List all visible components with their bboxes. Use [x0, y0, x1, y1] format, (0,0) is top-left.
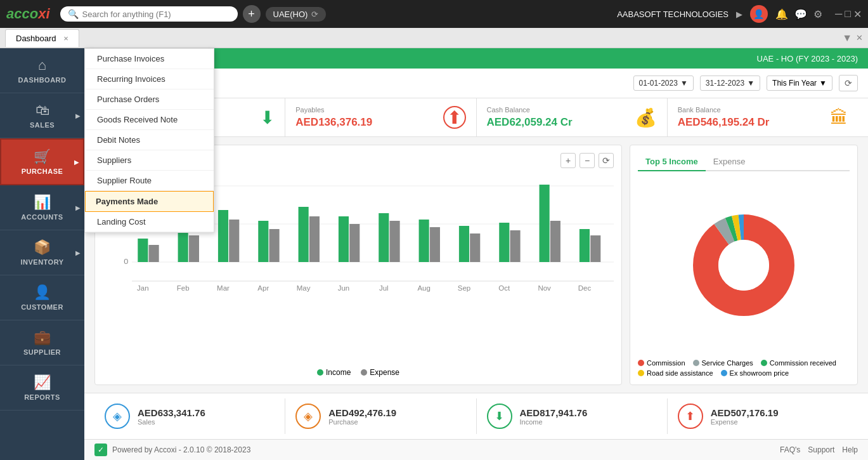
purchase-bottom-icon: ◈ [295, 404, 321, 429]
reports-icon: 📈 [34, 374, 51, 391]
sidebar-label-dashboard: DASHBOARD [18, 76, 67, 84]
dropdown-item-purchase-orders[interactable]: Purchase Orders [85, 89, 214, 110]
purchase-bottom-label: Purchase [328, 418, 396, 426]
calendar-from-icon: ▼ [680, 79, 688, 88]
date-to-input[interactable]: 31-12-2023 ▼ [700, 76, 760, 91]
payables-amount: AED136,376.19 [295, 116, 372, 129]
purchase-bottom-amount: AED492,476.19 [328, 407, 396, 418]
svg-rect-22 [430, 227, 440, 262]
top-bar: accoxi 🔍 + UAE(HO) ⟳ AABASOFT TECHNOLOGI… [0, 0, 868, 28]
svg-point-48 [718, 240, 769, 291]
sidebar-label-reports: REPORTS [24, 393, 60, 401]
sidebar-label-supplier: SUPPLIER [23, 348, 61, 356]
dropdown-item-purchase-invoices[interactable]: Purchase Invoices [85, 49, 214, 69]
sidebar-item-purchase[interactable]: 🛒 PURCHASE ▶ [0, 138, 84, 185]
sales-bottom-label: Sales [138, 418, 205, 426]
dashboard-refresh-button[interactable]: ⟳ [839, 75, 858, 91]
cash-balance-card: Cash Balance AED62,059.24 Cr 💰 [477, 98, 668, 136]
legend-ex-showroom: Ex showroom price [721, 369, 789, 377]
minimize-button[interactable]: ─ [835, 8, 842, 20]
period-dropdown[interactable]: This Fin Year ▼ [767, 76, 832, 91]
sidebar-item-sales[interactable]: 🛍 SALES ▶ [0, 93, 84, 138]
support-link[interactable]: Support [808, 445, 834, 454]
header-company-info: UAE - HO (FY 2023 - 2023) [757, 54, 858, 63]
dashboard-tab[interactable]: Dashboard × [5, 29, 79, 47]
top-right-section: AABASOFT TECHNOLOGIES ▶ 👤 🔔 💬 ⚙ ─ □ ✕ [617, 5, 862, 23]
dropdown-item-recurring-invoices[interactable]: Recurring Invoices [85, 69, 214, 89]
dropdown-item-payments-made[interactable]: Payments Made [85, 191, 214, 212]
messages-icon[interactable]: 💬 [794, 8, 807, 20]
chart-minus-button[interactable]: − [580, 153, 595, 168]
period-dropdown-icon: ▼ [819, 79, 827, 88]
svg-rect-10 [189, 235, 199, 262]
company-name-label: AABASOFT TECHNOLOGIES [617, 10, 729, 19]
tab-arrow-icon[interactable]: ▼ [842, 32, 852, 44]
sidebar-item-inventory[interactable]: 📦 INVENTORY ▶ [0, 230, 84, 275]
global-search-input[interactable] [82, 10, 222, 19]
sidebar-label-inventory: INVENTORY [20, 258, 63, 266]
cash-balance-label: Cash Balance [487, 106, 573, 114]
svg-text:Feb: Feb [177, 285, 190, 292]
close-button[interactable]: ✕ [853, 8, 862, 20]
income-tabs-row: Top 5 Income Expense [638, 153, 850, 171]
user-avatar[interactable]: 👤 [750, 5, 768, 23]
legend-expense: Expense [361, 368, 399, 377]
notifications-icon[interactable]: 🔔 [775, 8, 788, 20]
dropdown-item-suppliers[interactable]: Suppliers [85, 150, 214, 171]
svg-rect-30 [590, 235, 600, 262]
tab-bar: Dashboard × ▼ ✕ [0, 28, 868, 48]
chart-add-button[interactable]: + [560, 153, 576, 168]
svg-rect-24 [470, 233, 480, 262]
settings-icon[interactable]: ⚙ [813, 8, 822, 20]
svg-rect-12 [229, 220, 239, 262]
bottom-card-expense: ⬆ AED507,176.19 Expense [668, 398, 858, 434]
sidebar-item-reports[interactable]: 📈 REPORTS [0, 365, 84, 411]
svg-rect-18 [349, 224, 360, 262]
sync-icon[interactable]: ⟳ [311, 10, 318, 19]
svg-rect-8 [149, 245, 159, 262]
expense-bottom-amount: AED507,176.19 [711, 407, 779, 418]
dropdown-item-debit-notes[interactable]: Debit Notes [85, 130, 214, 150]
svg-rect-29 [580, 229, 590, 262]
global-search-box[interactable]: 🔍 [60, 6, 238, 22]
purchase-icon: 🛒 [34, 148, 51, 165]
faq-link[interactable]: FAQ's [780, 445, 800, 454]
expense-legend-label: Expense [370, 368, 399, 377]
footer: ✓ Powered by Accoxi - 2.0.10 © 2018-2023… [84, 439, 868, 460]
cash-balance-amount: AED62,059.24 Cr [487, 116, 573, 129]
tab-close-icon[interactable]: × [63, 34, 68, 43]
expense-legend-dot [361, 369, 367, 376]
main-layout: ⌂ DASHBOARD 🛍 SALES ▶ 🛒 PURCHASE ▶ 📊 ACC… [0, 48, 868, 460]
sales-bottom-icon: ◈ [105, 404, 130, 429]
dashboard-icon: ⌂ [38, 57, 46, 74]
sidebar-item-accounts[interactable]: 📊 ACCOUNTS ▶ [0, 185, 84, 230]
svg-text:Aug: Aug [417, 285, 430, 292]
svg-text:May: May [297, 285, 311, 292]
sidebar-item-supplier[interactable]: 💼 SUPPLIER [0, 320, 84, 365]
add-button[interactable]: + [243, 5, 261, 23]
window-controls: ─ □ ✕ [835, 8, 862, 20]
sidebar-item-customer[interactable]: 👤 CUSTOMER [0, 275, 84, 320]
dropdown-item-landing-cost[interactable]: Landing Cost [85, 212, 214, 232]
sales-arrow-icon: ▶ [75, 112, 81, 119]
help-link[interactable]: Help [842, 445, 858, 454]
dropdown-item-goods-received[interactable]: Goods Received Note [85, 110, 214, 130]
footer-logo: ✓ [94, 444, 107, 456]
date-from-input[interactable]: 01-01-2023 ▼ [633, 76, 694, 91]
footer-links: FAQ's Support Help [780, 445, 858, 454]
tab-close-all-icon[interactable]: ✕ [856, 33, 863, 43]
chart-refresh-button[interactable]: ⟳ [599, 153, 614, 168]
svg-rect-20 [390, 221, 400, 262]
svg-text:Oct: Oct [498, 285, 510, 292]
svg-text:Jan: Jan [137, 285, 149, 292]
tab-top-income[interactable]: Top 5 Income [638, 153, 706, 171]
income-bottom-label: Income [520, 418, 588, 426]
dropdown-item-supplier-route[interactable]: Supplier Route [85, 171, 214, 191]
accounts-arrow-icon: ▶ [75, 204, 81, 211]
svg-rect-28 [550, 221, 560, 262]
tab-expense[interactable]: Expense [706, 153, 753, 170]
expense-bottom-label: Expense [711, 418, 779, 426]
sidebar-item-dashboard[interactable]: ⌂ DASHBOARD [0, 48, 84, 93]
maximize-button[interactable]: □ [845, 8, 851, 20]
company-selector[interactable]: UAE(HO) ⟳ [266, 7, 327, 22]
